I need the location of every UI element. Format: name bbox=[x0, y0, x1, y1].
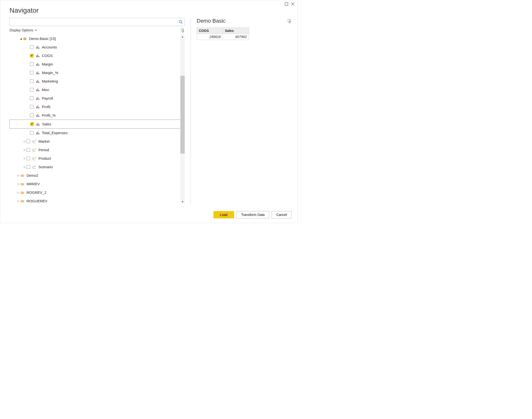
tree-item-label: ROGUEREV bbox=[26, 199, 48, 203]
checkbox[interactable] bbox=[30, 62, 34, 66]
preview-title: Demo Basic bbox=[197, 18, 226, 24]
tree-item-label: Market bbox=[38, 139, 50, 144]
search-input[interactable] bbox=[12, 20, 179, 24]
transform-data-button[interactable]: Transform Data bbox=[237, 211, 269, 218]
expand-icon[interactable]: ▷ bbox=[23, 157, 26, 160]
preview-header: Demo Basic bbox=[197, 18, 291, 24]
folder-roguerev[interactable]: ▷ROGUEREV bbox=[10, 197, 185, 204]
dimension-market[interactable]: ▷Market bbox=[10, 137, 185, 145]
close-button[interactable] bbox=[290, 1, 296, 7]
expand-icon[interactable]: ▷ bbox=[17, 183, 20, 185]
measure-total_expenses[interactable]: Total_Expenses bbox=[10, 129, 185, 137]
expand-icon[interactable]: ▷ bbox=[23, 166, 26, 168]
left-panel: Display Options ▼ ◢Demo.Basic [15]Accoun… bbox=[10, 18, 185, 204]
bars-icon bbox=[36, 79, 40, 83]
cube-node[interactable]: ◢Demo.Basic [15] bbox=[10, 34, 185, 43]
checkbox[interactable] bbox=[30, 79, 34, 83]
checkbox[interactable] bbox=[30, 54, 34, 57]
preview-panel: Demo Basic COGSSales249616607902 bbox=[197, 18, 291, 204]
bars-icon bbox=[36, 71, 40, 75]
display-options-row: Display Options ▼ bbox=[10, 28, 185, 32]
cube-icon bbox=[23, 37, 27, 41]
dimension-period[interactable]: ▷Period bbox=[10, 145, 185, 154]
cell: 249616 bbox=[197, 34, 223, 40]
table-row: 249616607902 bbox=[197, 34, 249, 40]
collapse-icon[interactable]: ◢ bbox=[19, 37, 23, 40]
cancel-button[interactable]: Cancel bbox=[272, 211, 291, 218]
maximize-icon bbox=[285, 2, 288, 6]
measure-payroll[interactable]: Payroll bbox=[10, 94, 185, 103]
scrollbar[interactable]: ▲ ▼ bbox=[180, 34, 185, 204]
checkbox[interactable] bbox=[26, 140, 30, 143]
folder-icon bbox=[20, 182, 25, 186]
checkbox[interactable] bbox=[30, 105, 34, 109]
measure-margin_%[interactable]: Margin_% bbox=[10, 68, 185, 77]
checkbox[interactable] bbox=[30, 131, 34, 135]
dim-icon bbox=[32, 140, 37, 144]
checkbox[interactable] bbox=[26, 165, 30, 169]
folder-demo2[interactable]: ▷Demo2 bbox=[10, 171, 185, 180]
tree-item-label: COGS bbox=[42, 53, 52, 58]
tree-item-label: Product bbox=[38, 156, 51, 160]
svg-rect-11 bbox=[285, 2, 288, 5]
checkbox[interactable] bbox=[26, 148, 30, 152]
preview-refresh-button[interactable] bbox=[287, 19, 291, 23]
tree-item-label: Margin_% bbox=[42, 71, 58, 75]
expand-icon[interactable]: ▷ bbox=[17, 191, 20, 194]
search-box[interactable] bbox=[10, 18, 185, 26]
checkbox[interactable] bbox=[30, 96, 34, 100]
scroll-up-button[interactable]: ▲ bbox=[180, 34, 185, 39]
measure-profit_%[interactable]: Profit_% bbox=[10, 111, 185, 119]
column-header[interactable]: COGS bbox=[197, 28, 223, 34]
expand-icon[interactable]: ▷ bbox=[23, 148, 26, 151]
divider bbox=[190, 18, 191, 204]
dialog-title: Navigator bbox=[0, 7, 297, 18]
checkbox[interactable] bbox=[30, 88, 34, 92]
checkbox[interactable] bbox=[26, 157, 30, 160]
expand-icon[interactable]: ▷ bbox=[23, 140, 26, 143]
measure-margin[interactable]: Margin bbox=[10, 60, 185, 68]
measure-accounts[interactable]: Accounts bbox=[10, 43, 185, 51]
load-button[interactable]: Load bbox=[214, 211, 234, 218]
measure-marketing[interactable]: Marketing bbox=[10, 77, 185, 85]
dimension-product[interactable]: ▷Product bbox=[10, 154, 185, 163]
tree-item-label: Demo.Basic [15] bbox=[29, 37, 56, 41]
cell: 607902 bbox=[223, 34, 249, 40]
column-header[interactable]: Sales bbox=[223, 28, 249, 34]
measure-cogs[interactable]: COGS bbox=[10, 51, 185, 60]
nav-tree[interactable]: ◢Demo.Basic [15]AccountsCOGSMarginMargin… bbox=[10, 34, 185, 204]
tree-item-label: Scenario bbox=[38, 165, 53, 169]
tree-item-label: Total_Expenses bbox=[42, 131, 68, 135]
expand-icon[interactable]: ▷ bbox=[17, 200, 20, 202]
checkbox[interactable] bbox=[30, 122, 34, 126]
scroll-down-button[interactable]: ▼ bbox=[180, 199, 185, 204]
maximize-button[interactable] bbox=[283, 1, 290, 7]
tree-item-label: Misc bbox=[42, 88, 50, 92]
checkbox[interactable] bbox=[30, 45, 34, 49]
scroll-thumb[interactable] bbox=[180, 76, 185, 154]
measure-misc[interactable]: Misc bbox=[10, 85, 185, 94]
dim-icon bbox=[32, 157, 37, 160]
bars-icon bbox=[36, 113, 40, 117]
checkbox[interactable] bbox=[30, 71, 34, 75]
folder-rogrev_2[interactable]: ▷ROGREV_2 bbox=[10, 188, 185, 197]
bars-icon bbox=[36, 131, 40, 135]
display-options-dropdown[interactable]: Display Options ▼ bbox=[10, 28, 37, 32]
measure-profit[interactable]: Profit bbox=[10, 103, 185, 111]
folder-mrrev[interactable]: ▷MRREV bbox=[10, 180, 185, 188]
refresh-tree-button[interactable] bbox=[180, 28, 185, 32]
tree-item-label: Margin bbox=[42, 62, 53, 66]
checkbox[interactable] bbox=[30, 113, 34, 117]
tree-area: ◢Demo.Basic [15]AccountsCOGSMarginMargin… bbox=[10, 34, 185, 204]
tree-item-label: Accounts bbox=[42, 45, 57, 49]
dimension-scenario[interactable]: ▷Scenario bbox=[10, 163, 185, 171]
measure-sales[interactable]: Sales bbox=[10, 119, 185, 129]
bars-icon bbox=[36, 45, 40, 49]
bars-icon bbox=[36, 54, 40, 58]
tree-item-label: ROGREV_2 bbox=[26, 190, 47, 195]
search-icon[interactable] bbox=[179, 20, 183, 24]
tree-item-label: MRREV bbox=[26, 182, 40, 186]
dim-icon bbox=[32, 148, 37, 152]
bars-icon bbox=[36, 62, 40, 66]
expand-icon[interactable]: ▷ bbox=[17, 174, 20, 177]
